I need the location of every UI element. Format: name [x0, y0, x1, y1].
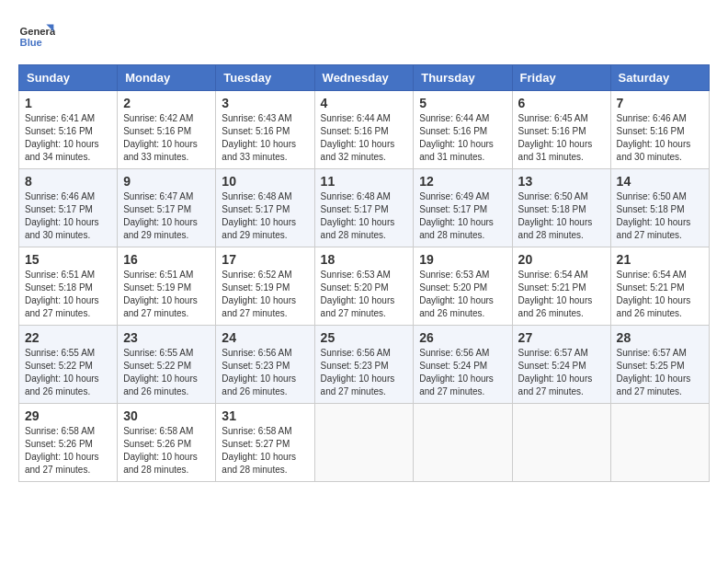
- day-info: Sunrise: 6:51 AM Sunset: 5:18 PM Dayligh…: [25, 269, 111, 320]
- logo-icon: General Blue: [18, 18, 55, 55]
- calendar-cell: [314, 404, 414, 482]
- day-number: 10: [222, 174, 308, 189]
- day-number: 2: [123, 96, 210, 110]
- calendar-cell: 31Sunrise: 6:58 AM Sunset: 5:27 PM Dayli…: [216, 404, 314, 482]
- day-info: Sunrise: 6:51 AM Sunset: 5:19 PM Dayligh…: [123, 269, 210, 320]
- day-info: Sunrise: 6:58 AM Sunset: 5:26 PM Dayligh…: [25, 425, 111, 477]
- day-info: Sunrise: 6:50 AM Sunset: 5:18 PM Dayligh…: [518, 190, 605, 242]
- day-number: 9: [123, 174, 210, 189]
- day-number: 28: [617, 330, 703, 345]
- calendar-cell: [610, 404, 709, 482]
- column-header-tuesday: Tuesday: [216, 65, 314, 91]
- day-info: Sunrise: 6:53 AM Sunset: 5:20 PM Dayligh…: [419, 269, 506, 320]
- calendar-cell: 6Sunrise: 6:45 AM Sunset: 5:16 PM Daylig…: [512, 91, 610, 169]
- day-info: Sunrise: 6:41 AM Sunset: 5:16 PM Dayligh…: [25, 112, 111, 164]
- day-info: Sunrise: 6:54 AM Sunset: 5:21 PM Dayligh…: [617, 269, 703, 320]
- page-header: General Blue: [18, 18, 710, 55]
- day-info: Sunrise: 6:44 AM Sunset: 5:16 PM Dayligh…: [419, 112, 506, 164]
- day-number: 14: [617, 174, 703, 189]
- calendar-cell: 3Sunrise: 6:43 AM Sunset: 5:16 PM Daylig…: [216, 91, 314, 169]
- day-number: 24: [222, 330, 308, 345]
- day-number: 6: [518, 96, 605, 110]
- calendar-week-row: 8Sunrise: 6:46 AM Sunset: 5:17 PM Daylig…: [19, 169, 710, 247]
- day-number: 5: [419, 96, 506, 110]
- day-number: 26: [419, 330, 506, 345]
- day-info: Sunrise: 6:56 AM Sunset: 5:23 PM Dayligh…: [321, 347, 408, 398]
- day-number: 8: [25, 174, 111, 189]
- day-number: 16: [123, 252, 210, 267]
- calendar-cell: 13Sunrise: 6:50 AM Sunset: 5:18 PM Dayli…: [512, 169, 610, 247]
- day-info: Sunrise: 6:56 AM Sunset: 5:24 PM Dayligh…: [419, 347, 506, 398]
- day-number: 4: [321, 96, 408, 110]
- column-header-friday: Friday: [512, 65, 610, 91]
- day-info: Sunrise: 6:46 AM Sunset: 5:17 PM Dayligh…: [25, 190, 111, 242]
- calendar-cell: 20Sunrise: 6:54 AM Sunset: 5:21 PM Dayli…: [512, 247, 610, 326]
- day-info: Sunrise: 6:48 AM Sunset: 5:17 PM Dayligh…: [222, 190, 308, 242]
- logo: General Blue: [18, 18, 55, 55]
- day-info: Sunrise: 6:45 AM Sunset: 5:16 PM Dayligh…: [518, 112, 605, 164]
- calendar-cell: 18Sunrise: 6:53 AM Sunset: 5:20 PM Dayli…: [314, 247, 414, 326]
- day-info: Sunrise: 6:58 AM Sunset: 5:27 PM Dayligh…: [222, 425, 308, 477]
- day-info: Sunrise: 6:55 AM Sunset: 5:22 PM Dayligh…: [123, 347, 210, 398]
- day-number: 18: [321, 252, 408, 267]
- day-info: Sunrise: 6:53 AM Sunset: 5:20 PM Dayligh…: [321, 269, 408, 320]
- day-number: 7: [617, 96, 703, 110]
- day-info: Sunrise: 6:58 AM Sunset: 5:26 PM Dayligh…: [123, 425, 210, 477]
- day-number: 30: [123, 408, 210, 423]
- day-info: Sunrise: 6:57 AM Sunset: 5:24 PM Dayligh…: [518, 347, 605, 398]
- day-number: 25: [321, 330, 408, 345]
- day-number: 23: [123, 330, 210, 345]
- calendar-cell: 22Sunrise: 6:55 AM Sunset: 5:22 PM Dayli…: [19, 326, 118, 404]
- day-info: Sunrise: 6:55 AM Sunset: 5:22 PM Dayligh…: [25, 347, 111, 398]
- calendar-cell: 8Sunrise: 6:46 AM Sunset: 5:17 PM Daylig…: [19, 169, 118, 247]
- column-header-saturday: Saturday: [610, 65, 709, 91]
- calendar-cell: 15Sunrise: 6:51 AM Sunset: 5:18 PM Dayli…: [19, 247, 118, 326]
- calendar-cell: 11Sunrise: 6:48 AM Sunset: 5:17 PM Dayli…: [314, 169, 414, 247]
- calendar-cell: 19Sunrise: 6:53 AM Sunset: 5:20 PM Dayli…: [414, 247, 512, 326]
- column-header-thursday: Thursday: [414, 65, 512, 91]
- calendar-cell: 29Sunrise: 6:58 AM Sunset: 5:26 PM Dayli…: [19, 404, 118, 482]
- calendar-cell: 27Sunrise: 6:57 AM Sunset: 5:24 PM Dayli…: [512, 326, 610, 404]
- day-number: 21: [617, 252, 703, 267]
- calendar-week-row: 1Sunrise: 6:41 AM Sunset: 5:16 PM Daylig…: [19, 91, 710, 169]
- day-number: 11: [321, 174, 408, 189]
- calendar-week-row: 29Sunrise: 6:58 AM Sunset: 5:26 PM Dayli…: [19, 404, 710, 482]
- day-number: 3: [222, 96, 308, 110]
- calendar-cell: 5Sunrise: 6:44 AM Sunset: 5:16 PM Daylig…: [414, 91, 512, 169]
- day-info: Sunrise: 6:56 AM Sunset: 5:23 PM Dayligh…: [222, 347, 308, 398]
- calendar-cell: 9Sunrise: 6:47 AM Sunset: 5:17 PM Daylig…: [118, 169, 216, 247]
- day-info: Sunrise: 6:52 AM Sunset: 5:19 PM Dayligh…: [222, 269, 308, 320]
- day-number: 12: [419, 174, 506, 189]
- calendar-cell: 10Sunrise: 6:48 AM Sunset: 5:17 PM Dayli…: [216, 169, 314, 247]
- day-info: Sunrise: 6:44 AM Sunset: 5:16 PM Dayligh…: [321, 112, 408, 164]
- calendar-cell: 26Sunrise: 6:56 AM Sunset: 5:24 PM Dayli…: [414, 326, 512, 404]
- day-info: Sunrise: 6:57 AM Sunset: 5:25 PM Dayligh…: [617, 347, 703, 398]
- calendar-cell: 21Sunrise: 6:54 AM Sunset: 5:21 PM Dayli…: [610, 247, 709, 326]
- calendar-cell: 16Sunrise: 6:51 AM Sunset: 5:19 PM Dayli…: [118, 247, 216, 326]
- calendar-cell: 30Sunrise: 6:58 AM Sunset: 5:26 PM Dayli…: [118, 404, 216, 482]
- svg-text:Blue: Blue: [20, 37, 42, 48]
- day-info: Sunrise: 6:43 AM Sunset: 5:16 PM Dayligh…: [222, 112, 308, 164]
- day-number: 29: [25, 408, 111, 423]
- day-number: 15: [25, 252, 111, 267]
- calendar-cell: [414, 404, 512, 482]
- calendar-cell: 4Sunrise: 6:44 AM Sunset: 5:16 PM Daylig…: [314, 91, 414, 169]
- day-number: 31: [222, 408, 308, 423]
- day-number: 22: [25, 330, 111, 345]
- calendar-cell: 23Sunrise: 6:55 AM Sunset: 5:22 PM Dayli…: [118, 326, 216, 404]
- day-number: 1: [25, 96, 111, 110]
- calendar-week-row: 22Sunrise: 6:55 AM Sunset: 5:22 PM Dayli…: [19, 326, 710, 404]
- calendar-cell: 2Sunrise: 6:42 AM Sunset: 5:16 PM Daylig…: [118, 91, 216, 169]
- day-number: 17: [222, 252, 308, 267]
- calendar-week-row: 15Sunrise: 6:51 AM Sunset: 5:18 PM Dayli…: [19, 247, 710, 326]
- day-info: Sunrise: 6:46 AM Sunset: 5:16 PM Dayligh…: [617, 112, 703, 164]
- calendar-cell: [512, 404, 610, 482]
- calendar-cell: 7Sunrise: 6:46 AM Sunset: 5:16 PM Daylig…: [610, 91, 709, 169]
- calendar-table: SundayMondayTuesdayWednesdayThursdayFrid…: [18, 64, 710, 482]
- day-info: Sunrise: 6:54 AM Sunset: 5:21 PM Dayligh…: [518, 269, 605, 320]
- day-number: 13: [518, 174, 605, 189]
- day-info: Sunrise: 6:47 AM Sunset: 5:17 PM Dayligh…: [123, 190, 210, 242]
- column-header-monday: Monday: [118, 65, 216, 91]
- calendar-cell: 24Sunrise: 6:56 AM Sunset: 5:23 PM Dayli…: [216, 326, 314, 404]
- day-info: Sunrise: 6:49 AM Sunset: 5:17 PM Dayligh…: [419, 190, 506, 242]
